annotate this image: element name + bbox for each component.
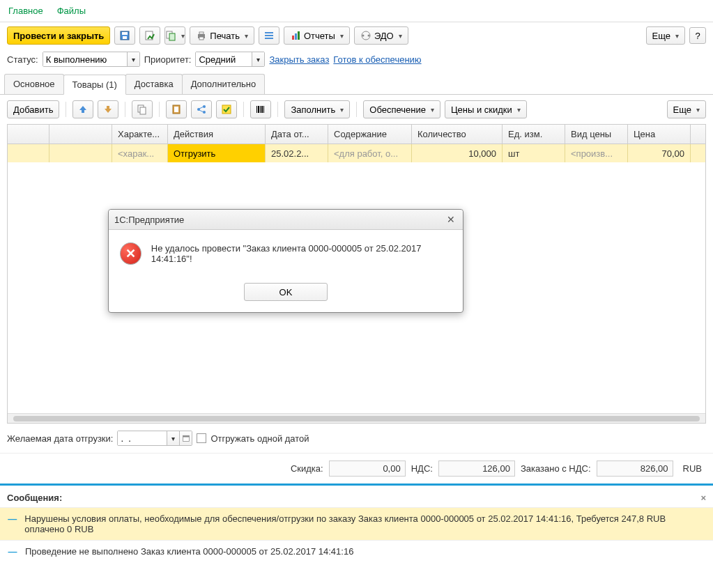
save-button[interactable] (114, 26, 135, 45)
create-based-on-button[interactable]: ▾ (164, 26, 185, 45)
top-tab-files[interactable]: Файлы (57, 6, 86, 16)
post-icon (144, 30, 155, 41)
arrow-up-icon (77, 104, 89, 115)
fill-label: Заполнить (291, 105, 335, 115)
cell-content[interactable]: <для работ, о... (328, 144, 412, 162)
status-combo[interactable]: ▾ (43, 52, 140, 67)
col-price-type[interactable]: Вид цены (565, 125, 628, 144)
barcode-button[interactable] (250, 100, 271, 118)
ready-for-supply-link[interactable]: Готов к обеспечению (333, 54, 421, 65)
col-qty[interactable]: Количество (412, 125, 503, 144)
edo-label: ЭДО (374, 31, 394, 41)
cell-ship-date[interactable]: 25.02.2... (266, 144, 328, 162)
dialog-title: 1С:Предприятие (114, 215, 184, 225)
messages-title: Сообщения: (7, 493, 62, 503)
fill-button[interactable]: Заполнить▾ (284, 100, 350, 118)
col-characteristic[interactable]: Характе... (112, 125, 168, 144)
ship-one-date-checkbox[interactable] (197, 433, 206, 443)
svg-rect-32 (183, 435, 189, 437)
share-button[interactable] (191, 100, 212, 118)
svg-point-16 (362, 35, 364, 37)
top-tab-main[interactable]: Главное (8, 6, 43, 16)
cell-price[interactable]: 70,00 (628, 144, 691, 162)
cell-actions[interactable]: Отгрузить (168, 144, 266, 162)
print-label: Печать (210, 31, 240, 41)
svg-rect-21 (174, 107, 178, 112)
chevron-down-icon: ▾ (245, 32, 248, 40)
cell-characteristic[interactable]: <харак... (112, 144, 168, 162)
pick-button[interactable] (216, 100, 237, 118)
col-price[interactable]: Цена (628, 125, 691, 144)
printer-icon (196, 30, 207, 41)
post-and-close-button[interactable]: Провести и закрыть (7, 26, 110, 45)
cell-price-type[interactable]: <произв... (565, 144, 628, 162)
svg-rect-19 (140, 107, 146, 114)
calendar-icon[interactable] (179, 431, 192, 445)
arrow-down-icon (102, 104, 114, 115)
chevron-down-icon[interactable]: ▾ (167, 431, 179, 445)
paste-button[interactable] (166, 100, 187, 118)
ordered-label: Заказано с НДС: (521, 463, 591, 474)
ok-button[interactable]: OK (244, 283, 328, 301)
copy-icon (137, 104, 148, 115)
message-item[interactable]: — Проведение не выполнено Заказ клиента … (0, 540, 713, 562)
goods-more-button[interactable]: Еще▾ (667, 100, 706, 118)
chevron-down-icon[interactable]: ▾ (127, 52, 139, 66)
col-n[interactable] (8, 125, 49, 144)
svg-rect-7 (199, 32, 204, 34)
message-item[interactable]: — Нарушены условия оплаты, необходимые д… (0, 507, 713, 540)
table-row[interactable]: <харак... Отгрузить 25.02.2... <для рабо… (8, 144, 705, 162)
status-input[interactable] (43, 52, 127, 66)
desired-ship-date-input[interactable]: ▾ (117, 431, 192, 446)
discount-label: Скидка: (291, 463, 323, 474)
priority-input[interactable] (196, 52, 252, 66)
tab-additional[interactable]: Дополнительно (182, 74, 266, 94)
cell-nomenclature[interactable] (49, 144, 112, 162)
messages-close-icon[interactable]: × (700, 493, 706, 503)
tab-main[interactable]: Основное (4, 74, 64, 94)
svg-rect-14 (298, 31, 300, 40)
cell-unit[interactable]: шт (503, 144, 565, 162)
col-ship-date[interactable]: Дата от... (266, 125, 328, 144)
edo-button[interactable]: ЭДО▾ (354, 26, 408, 45)
reports-button[interactable]: Отчеты▾ (284, 26, 350, 45)
chevron-down-icon: ▾ (517, 106, 521, 114)
col-content[interactable]: Содержание (328, 125, 412, 144)
move-up-button[interactable] (72, 100, 93, 118)
close-icon[interactable]: ✕ (445, 213, 457, 226)
list-button[interactable] (259, 26, 279, 45)
supply-button[interactable]: Обеспечение▾ (363, 100, 440, 118)
chevron-down-icon[interactable]: ▾ (252, 52, 264, 66)
scrollbar-thumb[interactable] (13, 416, 700, 421)
chevron-down-icon: ▾ (696, 106, 700, 114)
col-nomenclature[interactable] (49, 125, 112, 144)
col-unit[interactable]: Ед. изм. (503, 125, 565, 144)
horizontal-scrollbar[interactable] (8, 413, 705, 423)
vat-value: 126,00 (438, 461, 515, 477)
add-row-button[interactable]: Добавить (7, 100, 59, 118)
tab-goods[interactable]: Товары (1) (63, 75, 126, 95)
help-button[interactable]: ? (689, 27, 706, 44)
move-down-button[interactable] (98, 100, 118, 118)
tab-delivery[interactable]: Доставка (125, 74, 183, 94)
paste-icon (171, 104, 182, 115)
cell-qty[interactable]: 10,000 (412, 144, 503, 162)
chevron-down-icon: ▾ (340, 106, 344, 114)
print-button[interactable]: Печать▾ (190, 26, 254, 45)
error-dialog: 1С:Предприятие ✕ ✕ Не удалось провести "… (108, 209, 463, 313)
close-order-link[interactable]: Закрыть заказ (269, 54, 329, 65)
more-button[interactable]: Еще▾ (646, 26, 685, 45)
priority-combo[interactable]: ▾ (195, 52, 265, 67)
svg-rect-11 (265, 38, 273, 39)
edo-icon (360, 30, 371, 41)
svg-rect-25 (222, 105, 231, 114)
svg-rect-1 (122, 32, 128, 35)
supply-label: Обеспечение (369, 105, 426, 115)
svg-rect-10 (265, 35, 273, 36)
prices-button[interactable]: Цены и скидки▾ (445, 100, 527, 118)
cell-n[interactable] (8, 144, 49, 162)
copy-button[interactable] (132, 100, 153, 118)
date-field[interactable] (118, 431, 167, 445)
post-button[interactable] (139, 26, 160, 45)
col-actions[interactable]: Действия (168, 125, 266, 144)
